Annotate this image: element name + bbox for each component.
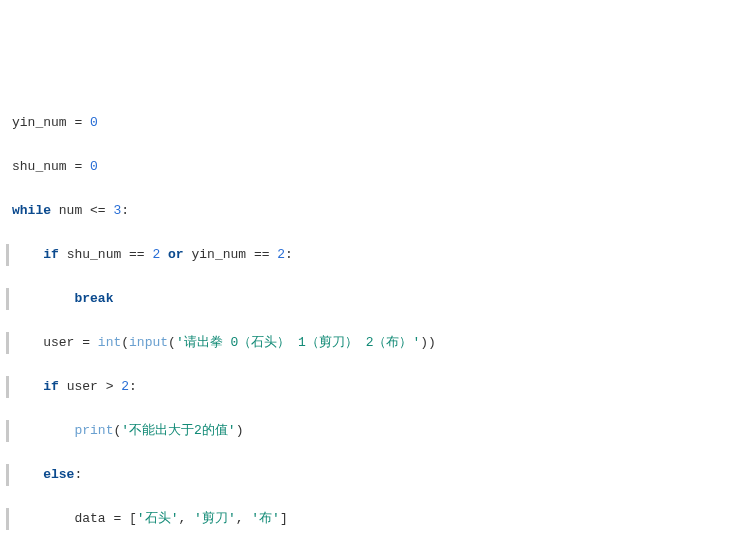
number: 2 [113,379,129,394]
paren: ) [236,423,244,438]
code-line: while num <= 3: [6,200,744,222]
operator: == [254,247,270,262]
code-line: else: [6,464,744,486]
comma: , [178,511,194,526]
code-line: print('不能出大于2的值') [6,420,744,442]
keyword: else [43,467,74,482]
code-line: if shu_num == 2 or yin_num == 2: [6,244,744,266]
operator: = [113,511,129,526]
identifier: data [74,511,113,526]
number: 3 [106,203,122,218]
operator: = [74,159,90,174]
builtin: input [129,335,168,350]
code-line: if user > 2: [6,376,744,398]
code-editor[interactable]: yin_num = 0 shu_num = 0 while num <= 3: … [6,90,744,547]
operator: == [129,247,145,262]
keyword: or [168,247,184,262]
code-line: user = int(input('请出拳 0（石头） 1（剪刀） 2（布）')… [6,332,744,354]
number: 0 [90,115,98,130]
string: '请出拳 0（石头） 1（剪刀） 2（布）' [176,335,420,350]
builtin: print [74,423,113,438]
colon: : [285,247,293,262]
keyword: while [12,203,51,218]
operator: <= [90,203,106,218]
builtin: int [98,335,121,350]
keyword: if [43,379,59,394]
identifier: num [51,203,90,218]
string: '剪刀' [194,511,236,526]
keyword: if [43,247,59,262]
keyword: break [74,291,113,306]
number: 2 [270,247,286,262]
bracket: [ [129,511,137,526]
bracket: ] [280,511,288,526]
identifier: user [59,379,106,394]
comma: , [236,511,252,526]
paren: )) [420,335,436,350]
code-line: yin_num = 0 [6,112,744,134]
paren: ( [168,335,176,350]
colon: : [74,467,82,482]
identifier: yin_num [184,247,254,262]
number: 2 [145,247,168,262]
code-line: data = ['石头', '剪刀', '布'] [6,508,744,530]
code-line: shu_num = 0 [6,156,744,178]
identifier: shu_num [12,159,74,174]
string: '不能出大于2的值' [121,423,235,438]
string: '布' [251,511,280,526]
identifier: yin_num [12,115,74,130]
colon: : [129,379,137,394]
colon: : [121,203,129,218]
operator: = [74,115,90,130]
identifier: user [43,335,82,350]
identifier: shu_num [59,247,129,262]
code-line: break [6,288,744,310]
string: '石头' [137,511,179,526]
paren: ( [121,335,129,350]
operator: = [82,335,98,350]
number: 0 [90,159,98,174]
